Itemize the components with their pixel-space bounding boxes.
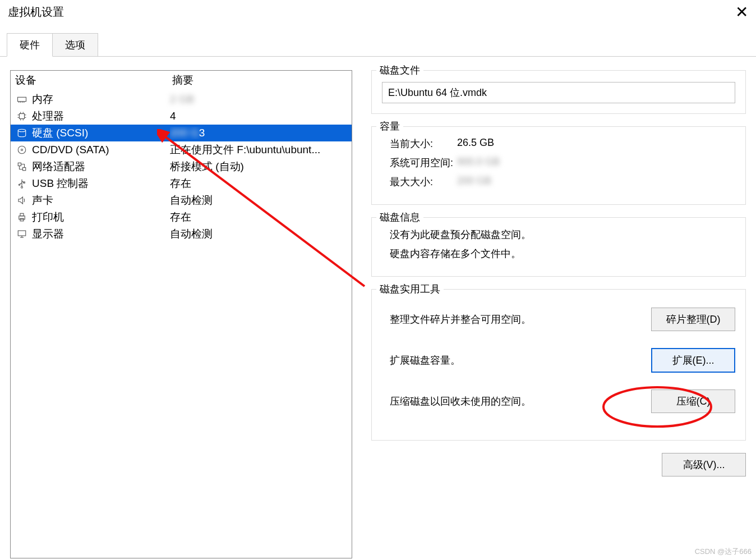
network-icon [15, 161, 29, 172]
device-summary: 存在 [170, 176, 347, 191]
cd-icon [15, 144, 29, 155]
free-space-label: 系统可用空间: [390, 156, 457, 169]
printer-icon [15, 212, 29, 223]
svg-point-21 [19, 184, 20, 185]
disk-file-group: 磁盘文件 E:\Ubuntu 64 位.vmdk [371, 70, 746, 114]
compact-desc: 压缩磁盘以回收未使用的空间。 [390, 395, 531, 408]
tab-strip: 硬件 选项 [7, 33, 756, 57]
free-space-value: 900.0 GB [457, 156, 500, 169]
device-summary: 2 GB [170, 93, 347, 106]
disk-icon [15, 127, 29, 139]
header-summary: 摘要 [172, 73, 347, 88]
device-row-network[interactable]: 网络适配器 桥接模式 (自动) [11, 158, 352, 175]
svg-point-15 [18, 146, 26, 154]
device-row-sound[interactable]: 声卡 自动检测 [11, 192, 352, 209]
svg-rect-18 [23, 168, 26, 171]
current-size-value: 26.5 GB [457, 137, 494, 150]
close-icon[interactable]: ✕ [735, 7, 748, 18]
disk-file-path[interactable]: E:\Ubuntu 64 位.vmdk [382, 82, 735, 103]
svg-rect-17 [18, 163, 21, 166]
svg-point-19 [21, 186, 23, 188]
tab-options[interactable]: 选项 [53, 33, 98, 57]
advanced-button[interactable]: 高级(V)... [662, 453, 746, 476]
max-size-label: 最大大小: [390, 175, 457, 189]
capacity-group: 容量 当前大小: 26.5 GB 系统可用空间: 900.0 GB 最大大小: … [371, 126, 746, 205]
display-icon [15, 228, 29, 240]
compact-button[interactable]: 压缩(C) [651, 390, 735, 413]
disk-util-title: 磁盘实用工具 [376, 282, 444, 296]
device-label: 打印机 [32, 210, 170, 224]
device-label: 网络适配器 [32, 159, 170, 174]
device-row-printer[interactable]: 打印机 存在 [11, 209, 352, 226]
device-summary: 200 G3 [170, 127, 347, 139]
device-list-panel: 设备 摘要 内存 2 GB 处理器 4 硬盘 (SCSI) 200 G3 CD/… [10, 70, 352, 558]
svg-point-14 [18, 129, 26, 132]
disk-file-title: 磁盘文件 [376, 63, 423, 77]
device-summary: 4 [170, 110, 347, 122]
tab-hardware[interactable]: 硬件 [7, 33, 53, 57]
window-title: 虚拟机设置 [8, 4, 64, 20]
header-device: 设备 [15, 73, 172, 88]
device-summary: 自动检测 [170, 227, 347, 241]
expand-button[interactable]: 扩展(E)... [651, 348, 735, 373]
device-summary: 正在使用文件 F:\ubuntu\ubunt... [170, 143, 347, 157]
device-row-display[interactable]: 显示器 自动检测 [11, 226, 352, 242]
expand-desc: 扩展磁盘容量。 [390, 354, 460, 367]
usb-icon [15, 178, 29, 189]
device-row-cd[interactable]: CD/DVD (SATA) 正在使用文件 F:\ubuntu\ubunt... [11, 141, 352, 158]
max-size-value: 200 GB [457, 175, 491, 189]
device-row-cpu[interactable]: 处理器 4 [11, 108, 352, 125]
disk-info-title: 磁盘信息 [376, 210, 423, 224]
svg-rect-5 [20, 114, 25, 119]
device-label: CD/DVD (SATA) [32, 144, 170, 156]
device-label: 处理器 [32, 109, 170, 123]
disk-info-line1: 没有为此硬盘预分配磁盘空间。 [390, 228, 735, 241]
svg-rect-22 [19, 216, 25, 219]
memory-icon [15, 94, 29, 105]
capacity-title: 容量 [376, 120, 403, 133]
current-size-label: 当前大小: [390, 137, 457, 150]
disk-info-line2: 硬盘内容存储在多个文件中。 [390, 247, 735, 260]
device-row-memory[interactable]: 内存 2 GB [11, 91, 352, 108]
device-label: USB 控制器 [32, 176, 170, 191]
svg-rect-24 [20, 218, 24, 221]
device-row-usb[interactable]: USB 控制器 存在 [11, 175, 352, 192]
device-summary: 桥接模式 (自动) [170, 159, 347, 174]
disk-info-group: 磁盘信息 没有为此硬盘预分配磁盘空间。 硬盘内容存储在多个文件中。 [371, 217, 746, 277]
watermark-text: CSDN @达子666 [695, 547, 752, 557]
defrag-desc: 整理文件碎片并整合可用空间。 [390, 313, 531, 326]
disk-util-group: 磁盘实用工具 整理文件碎片并整合可用空间。 碎片整理(D) 扩展磁盘容量。 扩展… [371, 289, 746, 441]
svg-rect-20 [24, 182, 25, 183]
device-label: 内存 [32, 92, 170, 107]
svg-rect-0 [18, 97, 26, 102]
device-list-header: 设备 摘要 [11, 71, 352, 91]
defrag-button[interactable]: 碎片整理(D) [651, 308, 735, 331]
device-label: 硬盘 (SCSI) [32, 126, 170, 140]
device-row-disk[interactable]: 硬盘 (SCSI) 200 G3 [11, 125, 352, 141]
svg-rect-23 [20, 213, 24, 216]
device-label: 声卡 [32, 193, 170, 208]
svg-rect-25 [18, 231, 26, 236]
device-summary: 存在 [170, 210, 347, 224]
detail-panel: 磁盘文件 E:\Ubuntu 64 位.vmdk 容量 当前大小: 26.5 G… [371, 70, 746, 558]
cpu-icon [15, 111, 29, 122]
device-summary: 自动检测 [170, 193, 347, 208]
svg-point-16 [21, 149, 23, 151]
sound-icon [15, 195, 29, 206]
device-label: 显示器 [32, 227, 170, 241]
